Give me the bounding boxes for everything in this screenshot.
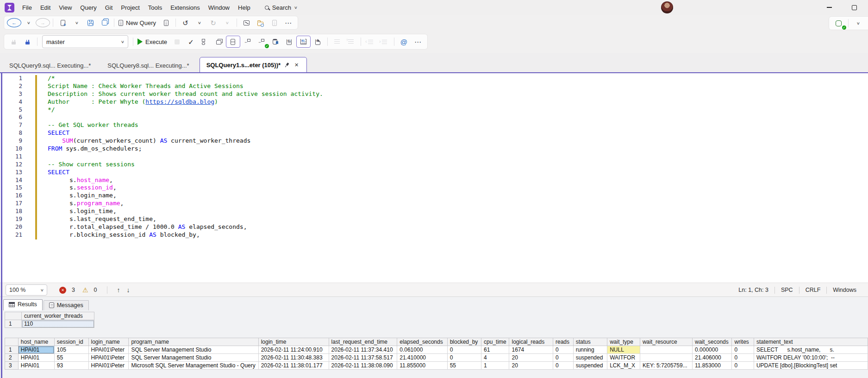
platform-indicator[interactable]: Windows [827, 287, 862, 293]
results-to-text-button[interactable] [282, 36, 296, 47]
cell[interactable]: SELECT s.host_name, s. [754, 346, 868, 354]
redo-button[interactable]: ↻ [206, 17, 220, 28]
column-header[interactable]: current_worker_threads [22, 312, 94, 320]
include-actual-plan-button[interactable] [241, 36, 254, 47]
cell[interactable]: 21.406000 [693, 354, 732, 362]
code-area[interactable]: /*Script Name : Check Worker Threads and… [48, 75, 868, 239]
cell[interactable]: HPAI01\Peter [88, 346, 129, 354]
editor-tab[interactable]: SQLQuery9.sql... Executing...* [3, 58, 97, 73]
template-parameters-button[interactable]: @ [397, 36, 411, 47]
column-header[interactable]: session_id [54, 338, 88, 346]
cell[interactable]: 0.000000 [693, 346, 732, 354]
column-header[interactable]: writes [732, 338, 754, 346]
menu-project[interactable]: Project [117, 0, 144, 15]
next-issue-button[interactable]: ↓ [126, 286, 130, 294]
query-options-button[interactable] [212, 36, 225, 47]
menu-help[interactable]: Help [234, 0, 255, 15]
cell[interactable]: 0 [732, 346, 754, 354]
cell[interactable]: HPAI01 [18, 354, 54, 362]
cell[interactable]: 1 [481, 362, 509, 370]
menu-extensions[interactable]: Extensions [166, 0, 204, 15]
column-header[interactable]: status [573, 338, 607, 346]
cell[interactable]: 0 [553, 346, 574, 354]
cell[interactable]: 61 [481, 346, 509, 354]
column-header[interactable]: reads [553, 338, 574, 346]
cell[interactable]: LCK_M_X [607, 362, 640, 370]
cell[interactable]: 0 [732, 354, 754, 362]
previous-issue-button[interactable]: ↑ [117, 286, 120, 294]
cell[interactable]: 2026-02-11 11:37:34.410 [329, 346, 397, 354]
column-header[interactable]: wait_type [607, 338, 640, 346]
uncomment-lines-button[interactable] [344, 36, 358, 47]
intellisense-enabled-button[interactable] [226, 36, 240, 48]
editor-tab[interactable]: SQLQuery8.sql... Executing...* [101, 58, 195, 73]
save-all-button[interactable] [98, 17, 111, 28]
column-header[interactable]: wait_seconds [693, 338, 732, 346]
cell[interactable]: NULL [607, 346, 640, 354]
new-file-button[interactable] [56, 17, 69, 28]
new-query-current-connection-button[interactable] [159, 17, 173, 28]
cell[interactable]: SQL Server Management Studio [129, 354, 258, 362]
hyperlink[interactable]: https://sqldba.blog [145, 98, 214, 105]
column-header[interactable]: login_time [258, 338, 329, 346]
zoom-selector[interactable]: 100 % ∨ [6, 284, 47, 296]
search-box[interactable]: Search ∨ [262, 3, 300, 13]
column-header[interactable]: login_name [88, 338, 129, 346]
menu-view[interactable]: View [55, 0, 76, 15]
cell[interactable]: 2026-02-11 11:38:01.177 [258, 362, 329, 370]
cell[interactable]: 2026-02-11 11:24:00.910 [258, 346, 329, 354]
include-live-query-statistics-button[interactable]: ✓ [255, 36, 268, 47]
cursor-position[interactable]: Ln: 1, Ch: 3 [732, 287, 774, 293]
cell[interactable]: 4 [481, 354, 509, 362]
connection-status-button[interactable]: ✓ [832, 18, 845, 29]
cell[interactable]: 2026-02-11 11:37:58.517 [329, 354, 397, 362]
cell[interactable]: WAITFOR DELAY '00:10:00'; -- [754, 354, 868, 362]
change-connection-button[interactable] [21, 36, 34, 47]
results-tab[interactable]: Results [3, 299, 43, 310]
cell[interactable]: suspended [573, 362, 607, 370]
database-selector-combobox[interactable]: master∨ [42, 35, 128, 48]
cell[interactable]: WAITFOR [607, 354, 640, 362]
cell[interactable]: Microsoft SQL Server Management Studio -… [129, 362, 258, 370]
results-to-file-button[interactable] [311, 36, 325, 47]
activity-monitor-button[interactable] [240, 17, 253, 28]
connect-button[interactable] [7, 36, 20, 47]
code-editor[interactable]: 123456789101112131415161718192021 /*Scri… [0, 73, 868, 283]
new-file-dropdown-button[interactable]: ∨ [70, 17, 83, 28]
minimize-button[interactable] [818, 0, 840, 15]
cell[interactable]: 0 [447, 346, 481, 354]
cell[interactable]: 0 [732, 362, 754, 370]
cancel-query-button[interactable] [170, 36, 184, 47]
cell[interactable]: 0 [553, 354, 574, 362]
cell[interactable]: SQL Server Management Studio [129, 346, 258, 354]
warning-icon[interactable]: ⚠ [82, 286, 88, 294]
query-toolbar-overflow-button[interactable]: ⋯ [411, 36, 425, 47]
space-indicator[interactable]: SPC [775, 287, 799, 293]
restore-button[interactable] [843, 0, 865, 15]
cell[interactable]: suspended [573, 354, 607, 362]
new-query-button[interactable]: New Query [117, 17, 159, 28]
menu-file[interactable]: File [18, 0, 36, 15]
cell[interactable]: 2026-02-11 11:38:08.090 [329, 362, 397, 370]
column-header[interactable]: blocked_by [447, 338, 481, 346]
undo-dropdown-button[interactable]: ∨ [193, 17, 206, 28]
file-search-button[interactable] [254, 17, 267, 28]
results-to-grid-button[interactable] [296, 36, 311, 48]
column-header[interactable]: cpu_time [481, 338, 509, 346]
cell[interactable]: KEY: 5:7205759... [640, 362, 692, 370]
menu-edit[interactable]: Edit [36, 0, 55, 15]
save-button[interactable] [84, 17, 97, 28]
menu-window[interactable]: Window [204, 0, 234, 15]
menu-tools[interactable]: Tools [144, 0, 166, 15]
column-header[interactable]: host_name [18, 338, 54, 346]
undo-button[interactable]: ↺ [179, 17, 192, 28]
close-icon[interactable]: ✕ [293, 62, 300, 69]
column-header[interactable]: logical_reads [509, 338, 553, 346]
increase-indent-button[interactable] [378, 36, 391, 47]
cell[interactable]: 55 [447, 362, 481, 370]
cell[interactable]: 0 [553, 362, 574, 370]
pin-icon[interactable] [283, 61, 291, 69]
navigate-backward-dropdown-button[interactable]: ∨ [22, 17, 35, 28]
messages-tab[interactable]: Messages [44, 300, 89, 310]
navigate-backward-button[interactable]: ← [7, 18, 21, 27]
